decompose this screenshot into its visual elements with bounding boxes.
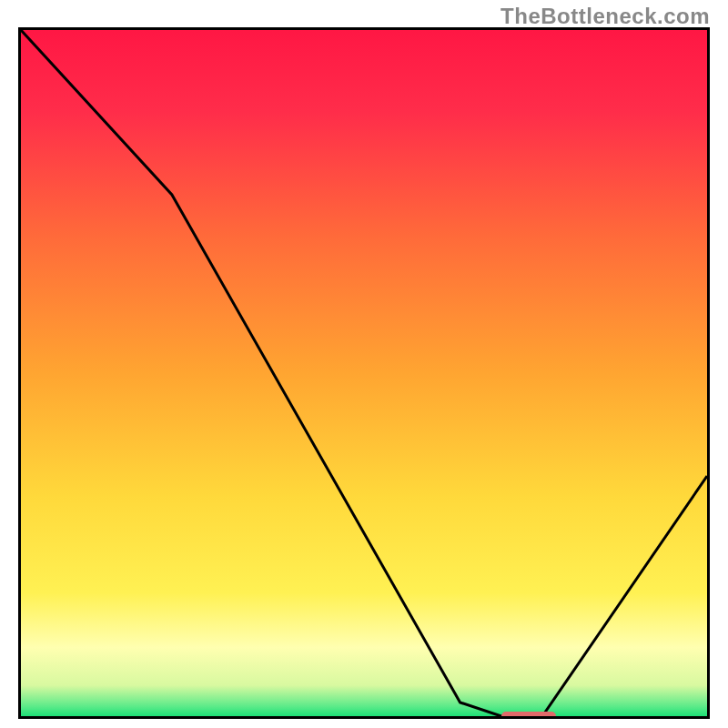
chart-frame xyxy=(18,27,710,719)
bottleneck-curve xyxy=(21,30,707,716)
optimal-range-marker xyxy=(501,712,556,719)
watermark-text: TheBottleneck.com xyxy=(500,4,710,29)
